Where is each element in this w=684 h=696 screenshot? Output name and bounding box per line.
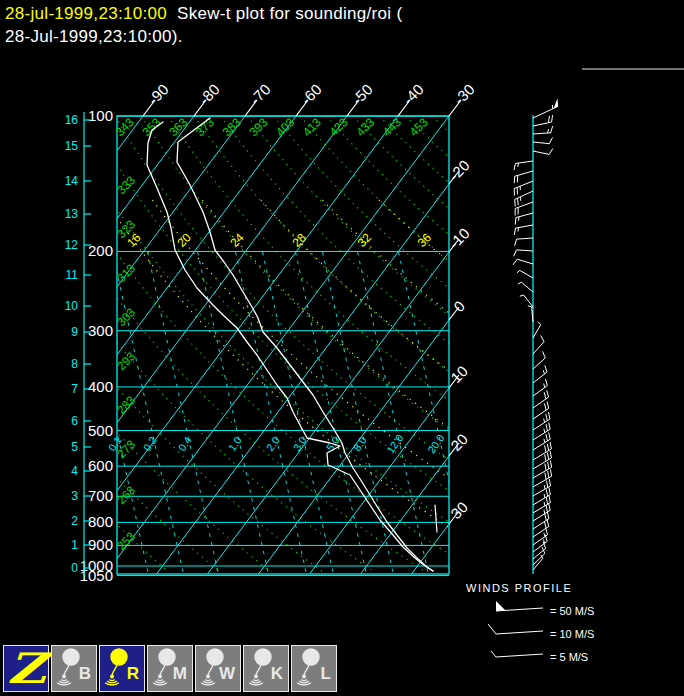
svg-text:10: 10: [447, 362, 471, 386]
svg-text:333: 333: [114, 173, 138, 197]
button-label: W: [219, 664, 235, 684]
svg-text:200: 200: [88, 242, 113, 259]
svg-text:16: 16: [65, 113, 79, 127]
button-label: M: [173, 664, 187, 684]
svg-text:-60: -60: [297, 80, 324, 107]
svg-text:24: 24: [227, 230, 247, 250]
svg-text:393: 393: [246, 115, 270, 139]
svg-text:20: 20: [174, 230, 194, 250]
svg-text:300: 300: [88, 322, 113, 339]
svg-text:433: 433: [353, 115, 377, 139]
svg-text:253: 253: [114, 529, 138, 553]
title-text: Skew-t plot for sounding/roi (: [167, 4, 402, 23]
svg-text:12.0: 12.0: [384, 432, 406, 456]
svg-text:6: 6: [71, 414, 78, 428]
title-line2: 28-Jul-1999,23:10:00).: [5, 27, 183, 46]
window-title: 28-jul-1999,23:10:00 Skew-t plot for sou…: [5, 2, 402, 48]
toolbar: Z B R M W K L: [3, 645, 337, 693]
svg-text:1.0: 1.0: [226, 434, 244, 453]
svg-text:-50: -50: [348, 80, 375, 107]
svg-text:13: 13: [65, 207, 79, 221]
svg-text:700: 700: [88, 487, 113, 504]
toolbar-button-k[interactable]: K: [243, 645, 289, 692]
svg-text:0.2: 0.2: [141, 434, 159, 453]
svg-text:8.0: 8.0: [351, 434, 369, 453]
svg-text:423: 423: [327, 115, 351, 139]
svg-text:12: 12: [65, 238, 79, 252]
svg-text:0.4: 0.4: [176, 434, 194, 453]
svg-text:383: 383: [220, 115, 244, 139]
svg-text:500: 500: [88, 422, 113, 439]
svg-text:= 50 M/S: = 50 M/S: [550, 605, 594, 617]
svg-text:20: 20: [447, 430, 471, 454]
toolbar-button-l[interactable]: L: [291, 645, 337, 692]
sounding-app-window: 1002003004005006007008009001000105016151…: [0, 0, 684, 696]
svg-text:283: 283: [114, 393, 138, 417]
svg-text:7: 7: [71, 382, 78, 396]
svg-text:9: 9: [71, 325, 78, 339]
svg-text:453: 453: [407, 115, 431, 139]
svg-text:= 10 M/S: = 10 M/S: [550, 628, 594, 640]
svg-text:2.0: 2.0: [264, 434, 282, 453]
svg-text:28: 28: [290, 230, 310, 250]
svg-text:293: 293: [114, 349, 138, 373]
svg-text:-40: -40: [399, 80, 426, 107]
svg-text:3: 3: [71, 489, 78, 503]
svg-text:1050: 1050: [80, 567, 113, 584]
svg-text:303: 303: [114, 305, 138, 329]
button-label: B: [79, 664, 91, 684]
svg-text:15: 15: [65, 139, 79, 153]
svg-text:4: 4: [71, 464, 78, 478]
button-label: R: [127, 664, 139, 684]
svg-text:8: 8: [71, 357, 78, 371]
svg-text:0: 0: [71, 561, 78, 575]
svg-text:400: 400: [88, 378, 113, 395]
button-label: L: [321, 664, 331, 684]
toolbar-button-w[interactable]: W: [195, 645, 241, 692]
svg-text:413: 413: [300, 115, 324, 139]
svg-text:-70: -70: [246, 80, 273, 107]
svg-text:= 5 M/S: = 5 M/S: [550, 651, 588, 663]
svg-text:-90: -90: [144, 80, 171, 107]
svg-text:10: 10: [65, 299, 79, 313]
svg-text:30: 30: [447, 498, 471, 522]
svg-text:263: 263: [114, 483, 138, 507]
button-label: K: [271, 664, 283, 684]
svg-text:2: 2: [71, 514, 78, 528]
svg-text:0: 0: [450, 297, 468, 315]
svg-text:353: 353: [140, 115, 164, 139]
svg-text:1: 1: [71, 538, 78, 552]
svg-text:900: 900: [88, 536, 113, 553]
svg-text:11: 11: [66, 268, 79, 282]
toolbar-button-zoom[interactable]: Z: [3, 645, 49, 692]
toolbar-button-r[interactable]: R: [99, 645, 145, 692]
skewt-plot-canvas: 1002003004005006007008009001000105016151…: [0, 0, 684, 696]
svg-text:WINDS PROFILE: WINDS PROFILE: [466, 582, 572, 594]
svg-text:20.0: 20.0: [425, 432, 447, 456]
svg-text:600: 600: [88, 457, 113, 474]
svg-text:5: 5: [71, 440, 78, 454]
svg-text:100: 100: [88, 107, 113, 124]
svg-text:36: 36: [415, 230, 435, 250]
toolbar-button-b[interactable]: B: [51, 645, 97, 692]
svg-text:373: 373: [193, 115, 217, 139]
toolbar-button-m[interactable]: M: [147, 645, 193, 692]
svg-text:-30: -30: [450, 80, 477, 107]
svg-text:-80: -80: [195, 80, 222, 107]
script-z-icon: Z: [7, 648, 45, 690]
title-datetime: 28-jul-1999,23:10:00: [5, 4, 167, 23]
svg-text:14: 14: [65, 174, 79, 188]
svg-text:313: 313: [114, 261, 138, 285]
svg-text:800: 800: [88, 513, 113, 530]
